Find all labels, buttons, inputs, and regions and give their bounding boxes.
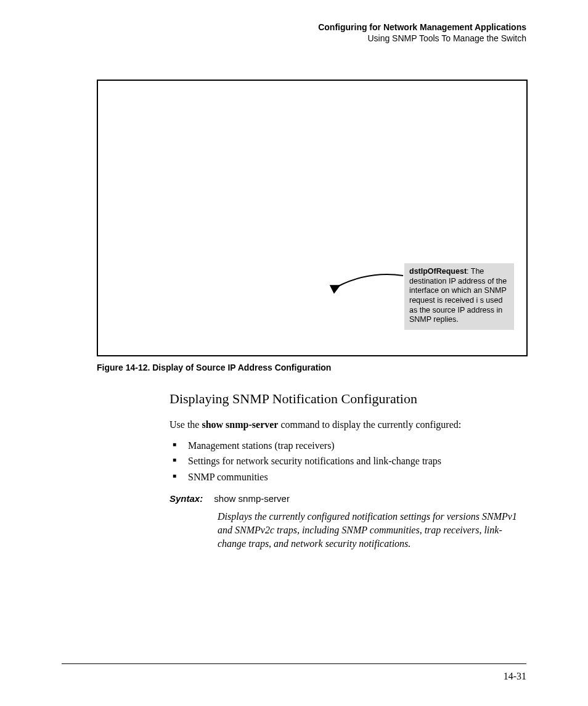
syntax-description: Displays the currently configured notifi… [218, 510, 523, 550]
page-header: Configuring for Network Management Appli… [318, 22, 526, 44]
intro-paragraph: Use the show snmp-server command to disp… [169, 418, 527, 432]
figure-box: dstIpOfRequest: The destination IP addre… [97, 80, 528, 356]
figure-callout: dstIpOfRequest: The destination IP addre… [404, 263, 514, 330]
syntax-label: Syntax: [169, 493, 203, 504]
figure-caption: Figure 14-12. Display of Source IP Addre… [97, 363, 331, 372]
header-chapter-title: Configuring for Network Management Appli… [318, 22, 526, 33]
header-section-title: Using SNMP Tools To Manage the Switch [318, 33, 526, 44]
bullet-list: Management stations (trap receivers) Set… [169, 438, 527, 485]
arrow-icon [320, 271, 406, 302]
list-item: Management stations (trap receivers) [169, 438, 527, 454]
intro-text-post: command to display the currently configu… [278, 419, 461, 430]
syntax-line: Syntax: show snmp-server [169, 493, 527, 504]
intro-text-pre: Use the [169, 419, 202, 430]
syntax-command: show snmp-server [214, 493, 290, 504]
page: Configuring for Network Management Appli… [0, 0, 588, 706]
intro-command-bold: show snmp-server [202, 419, 278, 430]
list-item: Settings for network security notificati… [169, 453, 527, 469]
body-column: Displaying SNMP Notification Configurati… [169, 391, 527, 550]
section-heading: Displaying SNMP Notification Configurati… [169, 391, 527, 407]
page-number: 14-31 [504, 671, 526, 682]
footer-rule [62, 663, 526, 664]
callout-term: dstIpOfRequest [409, 267, 467, 276]
list-item: SNMP communities [169, 469, 527, 485]
